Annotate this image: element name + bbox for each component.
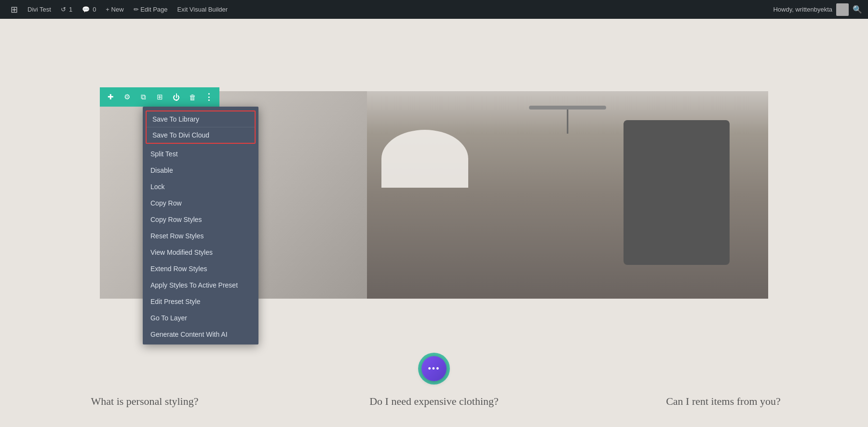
faq-item-1: What is personal styling? <box>0 395 289 408</box>
new-label: + New <box>106 6 123 13</box>
save-to-library-label: Save To Library <box>152 115 199 123</box>
copy-row-item[interactable]: Copy Row <box>143 195 258 211</box>
wp-icon: ⊞ <box>11 4 18 15</box>
apply-styles-preset-item[interactable]: Apply Styles To Active Preset <box>143 277 258 293</box>
grid-icon: ⊞ <box>157 93 163 101</box>
comments-item[interactable]: 💬 0 <box>77 0 101 19</box>
duplicate-icon: ⧉ <box>141 93 146 101</box>
hat-shape <box>381 130 468 188</box>
add-row-button[interactable]: ✚ <box>104 90 117 104</box>
revisions-icon: ↺ <box>61 6 66 13</box>
site-name-item[interactable]: Divi Test <box>23 0 56 19</box>
faq-question-1: What is personal styling? <box>91 395 198 407</box>
main-content: ✚ ⚙ ⧉ ⊞ ⏻ 🗑 ⋮ Save To Library Save To Di… <box>0 19 868 427</box>
generate-ai-label: Generate Content With AI <box>150 331 228 338</box>
new-item[interactable]: + New <box>101 0 128 19</box>
comments-icon: 💬 <box>82 6 90 13</box>
revisions-item[interactable]: ↺ 1 <box>56 0 77 19</box>
floating-menu-button[interactable]: ••• <box>421 356 447 381</box>
howdy-text: Howdy, writtenbyekta <box>773 6 832 13</box>
grid-button[interactable]: ⊞ <box>153 90 166 104</box>
save-to-library-item[interactable]: Save To Library <box>147 111 255 127</box>
site-name: Divi Test <box>27 6 51 13</box>
duplicate-button[interactable]: ⧉ <box>136 90 150 104</box>
context-menu: Save To Library Save To Divi Cloud Split… <box>143 107 258 344</box>
faq-question-2: Do I need expensive clothing? <box>369 395 499 407</box>
lock-item[interactable]: Lock <box>143 179 258 195</box>
gear-icon: ⚙ <box>124 93 130 101</box>
lock-label: Lock <box>150 183 165 191</box>
clothing-image <box>367 91 768 299</box>
jacket-shape <box>624 120 730 265</box>
copy-row-styles-label: Copy Row Styles <box>150 216 202 223</box>
comments-count: 0 <box>93 6 96 13</box>
more-icon: ⋮ <box>204 92 213 102</box>
reset-row-styles-item[interactable]: Reset Row Styles <box>143 228 258 244</box>
generate-ai-item[interactable]: Generate Content With AI <box>143 326 258 343</box>
trash-icon: 🗑 <box>189 93 196 101</box>
copy-row-label: Copy Row <box>150 199 182 207</box>
add-icon: ✚ <box>108 93 114 101</box>
apply-styles-preset-label: Apply Styles To Active Preset <box>150 281 238 289</box>
view-modified-styles-label: View Modified Styles <box>150 248 213 256</box>
reset-row-styles-label: Reset Row Styles <box>150 232 203 240</box>
edit-preset-style-label: Edit Preset Style <box>150 298 201 305</box>
save-to-divi-cloud-item[interactable]: Save To Divi Cloud <box>147 127 255 143</box>
exit-builder-label: Exit Visual Builder <box>177 6 228 13</box>
split-test-label: Split Test <box>150 150 178 158</box>
faq-item-3: Can I rent items from you? <box>579 395 868 408</box>
disable-item[interactable]: Disable <box>143 162 258 179</box>
admin-bar: ⊞ Divi Test ↺ 1 💬 0 + New ✏ Edit Page Ex… <box>0 0 868 19</box>
save-to-divi-cloud-label: Save To Divi Cloud <box>152 131 209 139</box>
revisions-count: 1 <box>69 6 72 13</box>
edit-preset-style-item[interactable]: Edit Preset Style <box>143 293 258 310</box>
faq-item-2: Do I need expensive clothing? <box>289 395 579 408</box>
floating-dots-icon: ••• <box>428 364 440 374</box>
edit-page-label: ✏ Edit Page <box>134 6 168 13</box>
go-to-layer-item[interactable]: Go To Layer <box>143 310 258 326</box>
extend-row-styles-item[interactable]: Extend Row Styles <box>143 261 258 277</box>
search-icon[interactable]: 🔍 <box>853 5 862 14</box>
save-options-group: Save To Library Save To Divi Cloud <box>146 110 256 144</box>
more-options-button[interactable]: ⋮ <box>202 90 216 104</box>
exit-builder-item[interactable]: Exit Visual Builder <box>173 0 233 19</box>
admin-bar-left: ⊞ Divi Test ↺ 1 💬 0 + New ✏ Edit Page Ex… <box>6 0 773 19</box>
row-toolbar: ✚ ⚙ ⧉ ⊞ ⏻ 🗑 ⋮ <box>100 87 219 107</box>
power-button[interactable]: ⏻ <box>169 90 183 104</box>
extend-row-styles-label: Extend Row Styles <box>150 265 207 273</box>
wp-logo-item[interactable]: ⊞ <box>6 0 23 19</box>
edit-page-item[interactable]: ✏ Edit Page <box>129 0 173 19</box>
admin-bar-right: Howdy, writtenbyekta 🔍 <box>773 3 862 16</box>
faq-section: What is personal styling? Do I need expe… <box>0 395 868 408</box>
go-to-layer-label: Go To Layer <box>150 314 187 322</box>
power-icon: ⏻ <box>173 93 180 101</box>
admin-avatar <box>836 3 849 16</box>
faq-question-3: Can I rent items from you? <box>666 395 781 407</box>
settings-button[interactable]: ⚙ <box>120 90 134 104</box>
split-test-item[interactable]: Split Test <box>143 146 258 162</box>
disable-label: Disable <box>150 166 173 174</box>
view-modified-styles-item[interactable]: View Modified Styles <box>143 244 258 261</box>
copy-row-styles-item[interactable]: Copy Row Styles <box>143 211 258 228</box>
delete-button[interactable]: 🗑 <box>186 90 199 104</box>
